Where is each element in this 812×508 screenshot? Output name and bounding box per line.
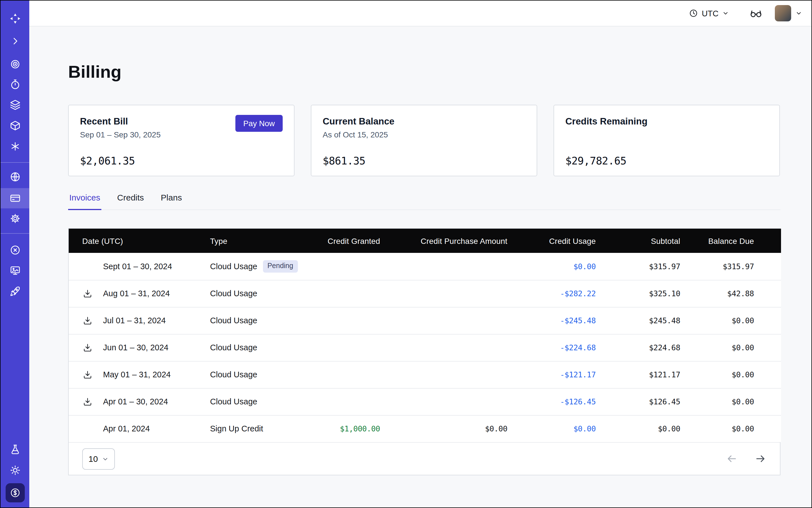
invoice-date: Jun 01 – 30, 2024 xyxy=(103,343,168,352)
arrow-right-icon xyxy=(755,453,766,465)
card-subtitle xyxy=(565,129,648,140)
table-row: May 01 – 31, 2024 Cloud Usage -$121.17 $… xyxy=(69,361,781,388)
credit-usage-cell: $0.00 xyxy=(521,253,609,280)
card-subtitle: As of Oct 15, 2025 xyxy=(323,129,394,140)
logo-icon[interactable] xyxy=(1,8,29,29)
credit-granted-cell xyxy=(312,388,394,415)
chevron-down-icon xyxy=(722,9,729,17)
credit-purchase-cell xyxy=(394,253,521,280)
tab-invoices[interactable]: Invoices xyxy=(68,193,101,210)
current-balance-card: Current Balance As of Oct 15, 2025 $861.… xyxy=(311,105,537,176)
column-header: Balance Due xyxy=(694,229,781,253)
target-icon[interactable] xyxy=(1,54,29,74)
tab-plans[interactable]: Plans xyxy=(160,193,183,210)
table-header-row: Date (UTC)TypeCredit GrantedCredit Purch… xyxy=(69,229,781,253)
credit-granted-cell xyxy=(312,361,394,388)
table-row: Jul 01 – 31, 2024 Cloud Usage -$245.48 $… xyxy=(69,307,781,334)
subtotal-cell: $325.10 xyxy=(609,280,694,307)
card-subtitle: Sep 01 – Sep 30, 2025 xyxy=(80,129,161,140)
invoice-date: May 01 – 31, 2024 xyxy=(103,370,171,379)
billing-tabs: Invoices Credits Plans xyxy=(68,193,780,210)
page-size-value: 10 xyxy=(88,454,98,464)
chevron-down-icon xyxy=(795,9,803,17)
sidebar-divider xyxy=(1,233,29,234)
credits-remaining-card: Credits Remaining $29,782.65 xyxy=(554,105,780,176)
tab-credits[interactable]: Credits xyxy=(116,193,145,210)
flask-icon[interactable] xyxy=(1,439,29,460)
download-invoice-button[interactable] xyxy=(83,343,92,352)
credit-granted-cell xyxy=(312,253,394,280)
timezone-selector[interactable]: UTC xyxy=(689,8,729,18)
table-row: Apr 01, 2024 Sign Up Credit $1,000.00 $0… xyxy=(69,415,781,442)
table-row: Aug 01 – 31, 2024 Cloud Usage -$282.22 $… xyxy=(69,280,781,307)
recent-bill-card: Recent Bill Sep 01 – Sep 30, 2025 Pay No… xyxy=(68,105,295,176)
asterisk-icon[interactable] xyxy=(1,136,29,157)
app-window: UTC Billing Recent Bill Sep 01 – Sep 30,… xyxy=(0,0,812,508)
credit-granted-cell xyxy=(312,334,394,361)
column-header: Credit Purchase Amount xyxy=(394,229,521,253)
column-header: Subtotal xyxy=(609,229,694,253)
next-page-button[interactable] xyxy=(755,453,766,465)
column-header: Credit Granted xyxy=(312,229,394,253)
card-title: Current Balance xyxy=(323,115,394,127)
credit-card-icon[interactable] xyxy=(1,188,29,208)
subtotal-cell: $315.97 xyxy=(609,253,694,280)
status-badge: Pending xyxy=(263,260,298,272)
account-menu[interactable] xyxy=(775,5,803,22)
subtotal-cell: $224.68 xyxy=(609,334,694,361)
previous-page-button[interactable] xyxy=(726,453,738,465)
credit-usage-cell: -$126.45 xyxy=(521,388,609,415)
invoice-type: Cloud Usage xyxy=(210,289,257,298)
topbar: UTC xyxy=(29,1,811,27)
gear-icon[interactable] xyxy=(1,208,29,229)
display-icon[interactable] xyxy=(1,260,29,281)
expand-sidebar-chevron-icon[interactable] xyxy=(1,31,29,51)
credit-purchase-cell xyxy=(394,280,521,307)
balance-due-cell: $0.00 xyxy=(694,361,781,388)
summary-cards: Recent Bill Sep 01 – Sep 30, 2025 Pay No… xyxy=(68,105,780,176)
download-icon xyxy=(83,343,92,352)
avatar[interactable] xyxy=(775,5,791,22)
invoice-type: Cloud Usage xyxy=(210,316,257,325)
timer-icon[interactable] xyxy=(1,74,29,95)
package-icon[interactable] xyxy=(1,116,29,136)
dollar-circle-icon[interactable] xyxy=(5,483,25,502)
download-invoice-button[interactable] xyxy=(83,289,92,298)
invoice-date: Apr 01 – 30, 2024 xyxy=(103,397,168,406)
clock-icon xyxy=(689,8,698,18)
x-circle-icon[interactable] xyxy=(1,240,29,260)
table-row: Jun 01 – 30, 2024 Cloud Usage -$224.68 $… xyxy=(69,334,781,361)
page-size-select[interactable]: 10 xyxy=(82,448,115,469)
layers-icon[interactable] xyxy=(1,95,29,115)
balance-due-cell: $42.88 xyxy=(694,280,781,307)
download-icon xyxy=(83,370,92,379)
credit-usage-cell: $0.00 xyxy=(521,415,609,442)
download-invoice-button[interactable] xyxy=(83,397,92,406)
sun-icon[interactable] xyxy=(1,460,29,480)
recent-bill-amount: $2,061.35 xyxy=(80,155,283,167)
credit-granted-cell: $1,000.00 xyxy=(312,415,394,442)
table-footer: 10 xyxy=(69,442,780,475)
arrow-left-icon xyxy=(726,453,738,465)
globe-icon[interactable] xyxy=(1,167,29,187)
download-invoice-button[interactable] xyxy=(83,316,92,325)
card-title: Credits Remaining xyxy=(565,115,648,127)
invoice-type: Cloud Usage xyxy=(210,343,257,352)
pay-now-button[interactable]: Pay Now xyxy=(236,115,283,132)
download-invoice-button[interactable] xyxy=(83,370,92,379)
credit-purchase-cell: $0.00 xyxy=(394,415,521,442)
rocket-icon[interactable] xyxy=(1,281,29,301)
credit-usage-cell: -$121.17 xyxy=(521,361,609,388)
credit-usage-cell: -$245.48 xyxy=(521,307,609,334)
balance-due-cell: $0.00 xyxy=(694,307,781,334)
balance-due-cell: $315.97 xyxy=(694,253,781,280)
current-balance-amount: $861.35 xyxy=(323,155,525,167)
column-header: Type xyxy=(210,229,312,253)
invoice-type: Cloud Usage xyxy=(210,262,257,271)
balance-due-cell: $0.00 xyxy=(694,388,781,415)
credit-purchase-cell xyxy=(394,307,521,334)
invoice-type: Cloud Usage xyxy=(210,397,257,406)
glasses-icon[interactable] xyxy=(750,7,762,20)
subtotal-cell: $245.48 xyxy=(609,307,694,334)
invoices-table: Date (UTC)TypeCredit GrantedCredit Purch… xyxy=(68,228,780,475)
